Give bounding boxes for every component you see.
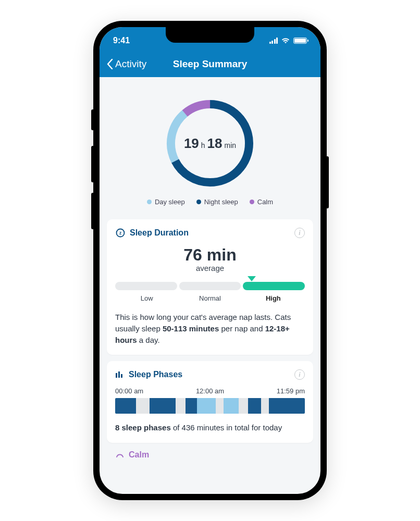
screen: 9:41 Activity Sleep Summary [100,27,320,494]
svg-rect-7 [121,374,122,378]
gauge-label-high: High [242,294,305,302]
svg-rect-5 [116,373,117,378]
phases-summary: 8 sleep phases of 436 minutes in total f… [115,422,305,433]
gauge-seg-low [115,282,177,290]
info-button[interactable]: i [294,228,305,238]
dot-icon [250,200,254,204]
phase-seg [216,398,224,414]
ring-legend: Day sleep Night sleep Calm [147,198,273,206]
page-title: Sleep Summary [173,58,248,70]
phone-side-button [326,156,329,208]
duration-value: 76 min average [115,245,305,272]
dot-icon [147,200,152,204]
phone-notch [166,27,254,43]
nav-bar: Activity Sleep Summary [100,51,320,77]
sleep-phases-card: Sleep Phases i 00:00 am 12:00 am 11:59 p… [107,361,313,443]
wifi-icon [281,38,290,44]
info-button[interactable]: i [294,369,305,380]
phase-seg [239,398,248,414]
content-scroll[interactable]: 19 h 18 min Day sleep Night sleep [100,77,320,494]
duration-gauge: Low Normal High [115,282,305,302]
phase-time-labels: 00:00 am 12:00 am 11:59 pm [115,387,305,395]
phase-timeline [115,398,305,414]
phase-seg [224,398,239,414]
calm-card-peek[interactable]: Calm [107,443,313,460]
back-button[interactable]: Activity [100,58,146,70]
phase-seg [248,398,261,414]
phone-side-button [91,146,94,182]
gauge-pointer-icon [248,276,256,281]
phase-seg [136,398,149,414]
sleep-icon: z [115,228,126,238]
phase-seg [269,398,305,414]
battery-icon [293,38,307,44]
status-time: 9:41 [113,33,130,45]
phone-side-button [91,193,94,229]
status-icons [269,34,307,44]
card-title: Sleep Phases [115,370,182,379]
ring-center-label: 19 h 18 min [164,97,256,190]
phase-seg [150,398,176,414]
chevron-left-icon [107,59,113,69]
phone-side-button [91,109,94,130]
sleep-total-ring: 19 h 18 min Day sleep Night sleep [107,84,313,213]
sleep-duration-card: z Sleep Duration i 76 min average [107,219,313,355]
gauge-label-normal: Normal [178,294,241,302]
svg-rect-6 [118,371,120,378]
phase-seg [186,398,197,414]
phase-seg [176,398,185,414]
phase-seg [197,398,216,414]
legend-item-night: Night sleep [196,198,238,206]
card-title: z Sleep Duration [115,228,189,238]
phase-seg [261,398,269,414]
calm-icon [115,450,125,460]
phase-seg [115,398,136,414]
gauge-seg-normal [179,282,241,290]
signal-icon [269,38,278,44]
gauge-seg-high [243,282,305,290]
dot-icon [196,200,201,204]
gauge-label-low: Low [115,294,178,302]
back-label: Activity [115,58,146,70]
duration-description: This is how long your cat's average nap … [115,312,305,345]
legend-item-calm: Calm [250,198,273,206]
phases-icon [115,370,125,379]
svg-text:z: z [119,230,121,235]
legend-item-day: Day sleep [147,198,185,206]
phone-frame: 9:41 Activity Sleep Summary [93,21,327,500]
